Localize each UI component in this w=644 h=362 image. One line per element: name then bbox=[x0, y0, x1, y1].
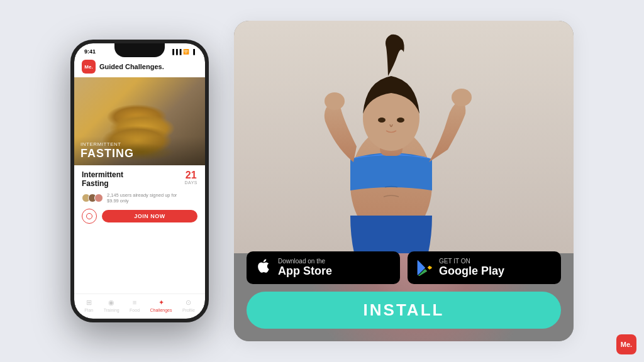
google-play-line2: Google Play bbox=[439, 265, 504, 278]
bottom-overlay: Download on the App Store GET IT ON Goog bbox=[234, 241, 574, 341]
app-title: Guided Challenges. bbox=[99, 63, 164, 70]
avatar-3 bbox=[94, 194, 103, 202]
phone-frame: 9:41 ▐▐▐ 🛜 ▐ Me. Guided Challenges. bbox=[70, 40, 209, 322]
nav-label-profile: Profile bbox=[182, 308, 195, 312]
app-store-button[interactable]: Download on the App Store bbox=[247, 251, 400, 284]
apple-icon bbox=[255, 258, 272, 278]
days-badge: 21 DAYS bbox=[184, 170, 197, 185]
install-label: INSTALL bbox=[364, 300, 445, 319]
users-text: 2,145 users already signed up for$9.99 o… bbox=[107, 192, 177, 204]
nav-item-profile[interactable]: ⊙ Profile bbox=[182, 298, 195, 312]
phone-content: IntermittentFasting 21 DAYS 2,145 users bbox=[74, 165, 205, 293]
plan-icon: ⊞ bbox=[84, 298, 93, 307]
nav-label-plan: Plan bbox=[84, 308, 93, 312]
google-play-icon bbox=[416, 260, 433, 276]
nav-item-food[interactable]: ≡ Food bbox=[130, 298, 140, 312]
app-logo: Me. bbox=[82, 60, 96, 74]
hero-title: FASTING bbox=[80, 147, 199, 160]
days-number: 21 bbox=[184, 170, 197, 180]
nav-item-challenges[interactable]: ✦ Challenges bbox=[150, 298, 172, 312]
phone-notch bbox=[114, 43, 165, 57]
bottom-nav: ⊞ Plan ◉ Training ≡ Food ✦ Challenges bbox=[74, 293, 205, 319]
nav-item-training[interactable]: ◉ Training bbox=[104, 298, 119, 312]
nav-item-plan[interactable]: ⊞ Plan bbox=[84, 298, 93, 312]
me-logo-corner: Me. bbox=[616, 334, 636, 354]
days-label: DAYS bbox=[184, 180, 197, 185]
google-play-text: GET IT ON Google Play bbox=[439, 258, 504, 278]
join-row: JOIN NOW bbox=[82, 209, 197, 224]
challenge-title-row: IntermittentFasting 21 DAYS bbox=[82, 170, 197, 189]
users-row: 2,145 users already signed up for$9.99 o… bbox=[82, 192, 197, 204]
hero-image: Intermittent FASTING bbox=[74, 77, 205, 165]
nav-label-training: Training bbox=[104, 308, 119, 312]
right-panel: Download on the App Store GET IT ON Goog bbox=[234, 21, 574, 341]
challenge-name: IntermittentFasting bbox=[82, 170, 123, 189]
timer-button[interactable] bbox=[82, 209, 97, 224]
join-now-button[interactable]: JOIN NOW bbox=[102, 210, 197, 222]
user-avatars bbox=[82, 194, 101, 202]
app-store-line2: App Store bbox=[278, 265, 332, 278]
signal-icon: ▐▐▐ bbox=[170, 49, 181, 55]
nav-label-food: Food bbox=[130, 308, 140, 312]
status-icons: ▐▐▐ 🛜 ▐ bbox=[170, 49, 195, 55]
wifi-icon: 🛜 bbox=[183, 49, 189, 55]
install-button[interactable]: INSTALL bbox=[247, 292, 561, 329]
food-icon: ≡ bbox=[130, 298, 139, 307]
svg-point-7 bbox=[397, 118, 404, 123]
google-play-button[interactable]: GET IT ON Google Play bbox=[408, 251, 561, 284]
svg-point-3 bbox=[452, 89, 472, 106]
status-time: 9:41 bbox=[84, 48, 96, 55]
svg-point-2 bbox=[325, 92, 345, 110]
nav-label-challenges: Challenges bbox=[150, 308, 172, 312]
hero-subtitle: Intermittent bbox=[80, 141, 199, 147]
timer-icon bbox=[86, 213, 92, 219]
phone-screen: 9:41 ▐▐▐ 🛜 ▐ Me. Guided Challenges. bbox=[74, 43, 205, 319]
hero-overlay: Intermittent FASTING bbox=[74, 136, 205, 165]
svg-point-6 bbox=[378, 118, 386, 123]
battery-icon: ▐ bbox=[191, 49, 195, 55]
challenges-icon: ✦ bbox=[157, 298, 165, 307]
app-store-text: Download on the App Store bbox=[278, 258, 332, 278]
store-buttons-row: Download on the App Store GET IT ON Goog bbox=[234, 241, 574, 292]
phone-mockup: 9:41 ▐▐▐ 🛜 ▐ Me. Guided Challenges. bbox=[70, 40, 209, 322]
training-icon: ◉ bbox=[107, 298, 116, 307]
profile-icon: ⊙ bbox=[184, 298, 193, 307]
main-container: 9:41 ▐▐▐ 🛜 ▐ Me. Guided Challenges. bbox=[0, 0, 644, 362]
app-header: Me. Guided Challenges. bbox=[74, 57, 205, 77]
